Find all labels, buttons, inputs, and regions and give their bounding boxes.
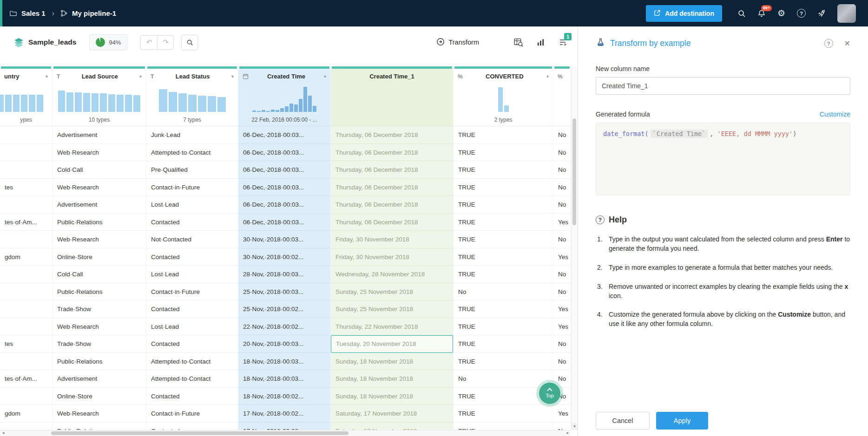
- column-header-lead_status[interactable]: TLead Status▾: [146, 69, 238, 84]
- cell-lead_source[interactable]: Web·Research: [53, 179, 146, 196]
- filter-caret-icon[interactable]: ▾: [231, 74, 234, 79]
- cell-created_time_1[interactable]: Thursday, 22 November 2018: [331, 318, 453, 336]
- vertical-scroll-thumb[interactable]: [572, 118, 576, 225]
- cell-lead_status[interactable]: Lost·Lead: [146, 196, 238, 214]
- cell-country[interactable]: tes: [0, 179, 52, 196]
- cell-converted[interactable]: TRUE: [454, 248, 553, 266]
- cell-lead_source[interactable]: Cold·Call: [53, 161, 146, 179]
- cell-lead_status[interactable]: Lost·Lead: [146, 318, 238, 336]
- cell-lead_status[interactable]: Contacted: [146, 335, 238, 353]
- cell-created_time[interactable]: 06·Dec,·2018·00:03...: [238, 126, 330, 144]
- cell-converted[interactable]: TRUE: [454, 335, 553, 353]
- cell-created_time_1[interactable]: Sunday, 25 November 2018: [331, 300, 453, 318]
- cell-created_time_1[interactable]: Sunday, 25 November 2018: [331, 283, 453, 301]
- cell-lead_source[interactable]: Public·Relations: [53, 214, 146, 231]
- cell-lead_source[interactable]: Advertisement: [53, 126, 146, 144]
- cell-lead_source[interactable]: Trade·Show: [53, 300, 146, 318]
- cell-col7[interactable]: No: [553, 179, 571, 196]
- cell-col7[interactable]: No: [553, 283, 571, 301]
- cell-lead_source[interactable]: Public·Relations: [53, 353, 146, 371]
- cell-created_time_1[interactable]: Sunday, 18 November 2018: [331, 370, 453, 388]
- cell-created_time[interactable]: 06·Dec,·2018·00:03...: [238, 179, 330, 196]
- cell-lead_source[interactable]: Web·Research: [53, 231, 146, 248]
- horizontal-scrollbar[interactable]: ◄ ►: [0, 430, 571, 436]
- column-header-created_time[interactable]: Created Time▾: [238, 69, 330, 84]
- cell-country[interactable]: gdom: [0, 248, 52, 266]
- pipeline-steps-icon[interactable]: 1: [558, 38, 567, 47]
- cell-lead_source[interactable]: Online·Store: [53, 388, 146, 405]
- column-header-lead_source[interactable]: TLead Source▾: [53, 69, 146, 84]
- cell-created_time[interactable]: 06·Dec,·2018·00:03...: [238, 196, 330, 214]
- cell-country[interactable]: tes·of·Am...: [0, 370, 52, 388]
- cell-country[interactable]: tes·of·Am...: [0, 214, 52, 231]
- cell-converted[interactable]: TRUE: [454, 144, 553, 162]
- cell-converted[interactable]: TRUE: [454, 300, 553, 318]
- cell-country[interactable]: [0, 144, 52, 162]
- cell-lead_status[interactable]: Contacted: [146, 388, 238, 405]
- cell-lead_status[interactable]: Junk·Lead: [146, 126, 238, 144]
- cell-lead_source[interactable]: Web·Research: [53, 144, 146, 162]
- cell-col7[interactable]: No: [553, 144, 571, 162]
- cell-converted[interactable]: No: [454, 283, 553, 301]
- generated-formula-box[interactable]: date_format(`Created Time`, 'EEEE, dd MM…: [596, 123, 850, 195]
- filter-caret-icon[interactable]: ▾: [324, 74, 326, 79]
- help-icon[interactable]: ?: [797, 9, 806, 18]
- data-quality-badge[interactable]: 94%: [89, 34, 127, 50]
- cell-created_time[interactable]: 22·Nov,·2018·00:02...: [238, 318, 330, 336]
- cell-created_time_1[interactable]: Thursday, 06 December 2018: [331, 196, 453, 214]
- scroll-to-top-button[interactable]: Top: [539, 383, 560, 404]
- cell-created_time[interactable]: 18·Nov,·2018·00:02...: [238, 388, 330, 405]
- scroll-down-arrow[interactable]: ▾: [572, 423, 578, 430]
- breadcrumb-pipeline[interactable]: My pipeline-1: [72, 9, 116, 17]
- add-destination-button[interactable]: Add destination: [646, 5, 722, 22]
- example-cell[interactable]: Tuesday, 20 November 2018: [331, 335, 453, 353]
- cell-lead_status[interactable]: Attempted·to·Contact: [146, 353, 238, 371]
- cell-lead_source[interactable]: Web·Research: [53, 318, 146, 336]
- apply-button[interactable]: Apply: [656, 412, 708, 429]
- cell-country[interactable]: [0, 126, 52, 144]
- cell-country[interactable]: [0, 300, 52, 318]
- cell-col7[interactable]: No: [553, 126, 571, 144]
- vertical-scrollbar[interactable]: ▾: [571, 66, 578, 430]
- cell-lead_source[interactable]: Advertisement: [53, 196, 146, 214]
- cell-country[interactable]: gdom: [0, 405, 52, 423]
- cell-lead_source[interactable]: Trade·Show: [53, 335, 146, 353]
- filter-caret-icon[interactable]: ▾: [46, 74, 48, 79]
- cell-lead_source[interactable]: Cold·Call: [53, 266, 146, 283]
- cell-col7[interactable]: Yes: [553, 318, 571, 336]
- cell-country[interactable]: [0, 353, 52, 371]
- cell-created_time_1[interactable]: Friday, 30 November 2018: [331, 231, 453, 248]
- horizontal-scroll-thumb[interactable]: [51, 431, 349, 435]
- cell-converted[interactable]: TRUE: [454, 405, 553, 423]
- cell-lead_status[interactable]: Contact·in·Future: [146, 405, 238, 423]
- cell-country[interactable]: [0, 231, 52, 248]
- new-column-name-input[interactable]: [596, 77, 850, 95]
- cell-created_time[interactable]: 06·Dec,·2018·00:03...: [238, 144, 330, 162]
- cell-converted[interactable]: TRUE: [454, 126, 553, 144]
- customize-link[interactable]: Customize: [820, 111, 850, 118]
- column-header-created_time_1[interactable]: Created Time_1: [331, 69, 453, 84]
- column-header-converted[interactable]: %CONVERTED▾: [454, 69, 553, 84]
- cell-created_time_1[interactable]: Sunday, 18 November 2018: [331, 353, 453, 371]
- cell-col7[interactable]: Yes: [553, 405, 571, 423]
- cell-created_time[interactable]: 06·Dec,·2018·00:03...: [238, 214, 330, 231]
- dataset-name[interactable]: Sample_leads: [28, 38, 76, 46]
- breadcrumb-project[interactable]: Sales 1: [21, 9, 46, 17]
- panel-help-icon[interactable]: ?: [824, 39, 833, 48]
- project-folder-icon[interactable]: [9, 9, 17, 17]
- settings-gear-icon[interactable]: ⚙: [777, 9, 785, 18]
- cell-col7[interactable]: No: [553, 353, 571, 371]
- cell-col7[interactable]: Yes: [553, 300, 571, 318]
- column-histogram[interactable]: [0, 84, 52, 115]
- cell-lead_source[interactable]: Online·Store: [53, 248, 146, 266]
- cell-lead_source[interactable]: Web·Research: [53, 405, 146, 423]
- cell-country[interactable]: [0, 196, 52, 214]
- cell-created_time_1[interactable]: Sunday, 18 November 2018: [331, 388, 453, 405]
- search-in-data-button[interactable]: [181, 35, 198, 50]
- cell-created_time[interactable]: 17·Nov,·2018·00:02...: [238, 405, 330, 423]
- column-histogram[interactable]: [53, 84, 146, 115]
- filter-caret-icon[interactable]: ▾: [139, 74, 142, 79]
- cell-created_time_1[interactable]: Saturday, 17 November 2018: [331, 405, 453, 423]
- cell-converted[interactable]: TRUE: [454, 196, 553, 214]
- cell-lead_status[interactable]: Pre·Qualified: [146, 161, 238, 179]
